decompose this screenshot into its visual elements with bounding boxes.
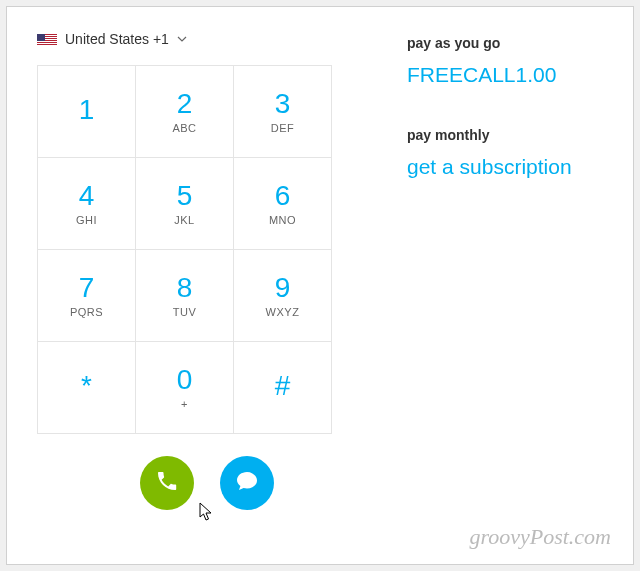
- svg-rect-4: [37, 41, 57, 42]
- monthly-label: pay monthly: [407, 127, 613, 143]
- country-label: United States +1: [65, 31, 169, 47]
- key-letters: JKL: [174, 214, 194, 226]
- key-digit: 4: [79, 182, 95, 210]
- payg-label: pay as you go: [407, 35, 613, 51]
- key-digit: 7: [79, 274, 95, 302]
- key-2[interactable]: 2 ABC: [136, 66, 234, 158]
- key-digit: 6: [275, 182, 291, 210]
- key-1[interactable]: 1: [38, 66, 136, 158]
- key-letters: ABC: [172, 122, 196, 134]
- chat-icon: [235, 469, 259, 497]
- key-3[interactable]: 3 DEF: [234, 66, 332, 158]
- dialpad-column: United States +1 1 2 ABC 3 DEF 4 GHI: [37, 31, 377, 544]
- key-4[interactable]: 4 GHI: [38, 158, 136, 250]
- key-letters: DEF: [271, 122, 295, 134]
- key-letters: +: [181, 398, 188, 410]
- action-row: [37, 456, 377, 510]
- key-digit: 8: [177, 274, 193, 302]
- key-digit: #: [275, 372, 291, 400]
- key-hash[interactable]: #: [234, 342, 332, 434]
- key-6[interactable]: 6 MNO: [234, 158, 332, 250]
- payg-credit-link[interactable]: FREECALL1.00: [407, 63, 613, 87]
- key-7[interactable]: 7 PQRS: [38, 250, 136, 342]
- key-digit: *: [81, 372, 92, 400]
- key-digit: 2: [177, 90, 193, 118]
- chevron-down-icon: [177, 34, 187, 44]
- key-8[interactable]: 8 TUV: [136, 250, 234, 342]
- key-9[interactable]: 9 WXYZ: [234, 250, 332, 342]
- svg-rect-6: [37, 45, 57, 46]
- flag-us-icon: [37, 33, 57, 46]
- pricing-column: pay as you go FREECALL1.00 pay monthly g…: [377, 31, 613, 544]
- key-letters: TUV: [173, 306, 197, 318]
- dialpad-grid: 1 2 ABC 3 DEF 4 GHI 5 JKL 6 MNO: [37, 65, 332, 434]
- key-digit: 9: [275, 274, 291, 302]
- key-digit: 3: [275, 90, 291, 118]
- key-star[interactable]: *: [38, 342, 136, 434]
- subscription-link[interactable]: get a subscription: [407, 155, 613, 179]
- call-button[interactable]: [140, 456, 194, 510]
- key-letters: PQRS: [70, 306, 103, 318]
- key-digit: 1: [79, 96, 95, 124]
- key-letters: GHI: [76, 214, 97, 226]
- key-digit: 5: [177, 182, 193, 210]
- phone-icon: [155, 469, 179, 497]
- country-selector[interactable]: United States +1: [37, 31, 377, 47]
- key-letters: WXYZ: [266, 306, 300, 318]
- skype-dialpad-window: United States +1 1 2 ABC 3 DEF 4 GHI: [6, 6, 634, 565]
- svg-rect-5: [37, 43, 57, 44]
- key-0[interactable]: 0 +: [136, 342, 234, 434]
- key-letters: MNO: [269, 214, 296, 226]
- key-5[interactable]: 5 JKL: [136, 158, 234, 250]
- chat-button[interactable]: [220, 456, 274, 510]
- key-digit: 0: [177, 366, 193, 394]
- svg-rect-7: [37, 34, 45, 41]
